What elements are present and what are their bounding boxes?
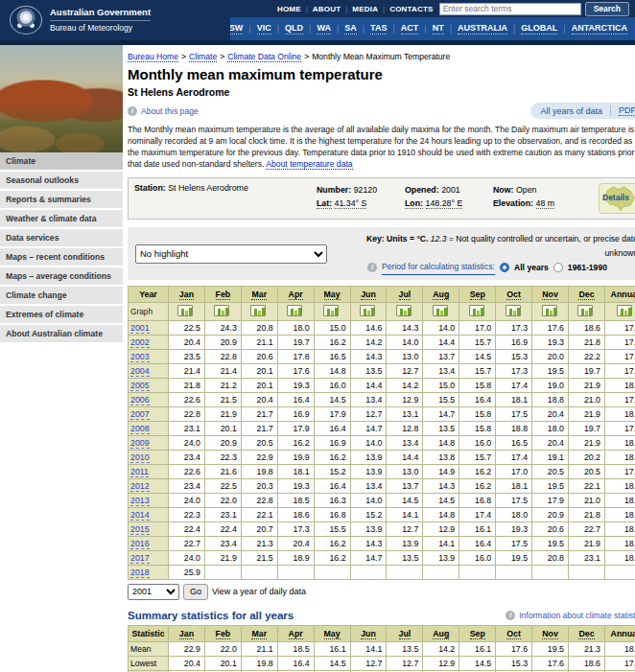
search-input[interactable] bbox=[439, 3, 581, 15]
period-statistics-link[interactable]: Period for calculating statistics: bbox=[382, 260, 495, 275]
all-years-of-data-button[interactable]: All years of data bbox=[540, 106, 602, 116]
bar-chart-icon[interactable] bbox=[433, 305, 448, 316]
month-link-feb[interactable]: Feb bbox=[216, 290, 231, 300]
year-link-2006[interactable]: 2006 bbox=[130, 395, 150, 406]
region-link-qld[interactable]: QLD bbox=[285, 23, 303, 35]
details-button[interactable]: Details bbox=[599, 183, 635, 214]
year-link-2007[interactable]: 2007 bbox=[130, 409, 150, 420]
sidebar-item-extremes-of-climate[interactable]: Extremes of climate bbox=[0, 306, 123, 325]
region-link-global[interactable]: GLOBAL bbox=[521, 23, 557, 35]
region-link-sa[interactable]: SA bbox=[344, 23, 357, 35]
month-link-jul[interactable]: Jul bbox=[399, 290, 412, 300]
sidebar-item-weather-climate-data[interactable]: Weather & climate data bbox=[0, 210, 123, 229]
1961-1990-radio[interactable] bbox=[553, 263, 563, 272]
month-link-jun[interactable]: Jun bbox=[361, 629, 376, 639]
sidebar-item-climate[interactable]: Climate bbox=[0, 152, 123, 172]
year-link-2003[interactable]: 2003 bbox=[130, 352, 150, 362]
month-link-aug[interactable]: Aug bbox=[433, 290, 449, 300]
bar-chart-icon[interactable] bbox=[396, 305, 412, 316]
year-link-2008[interactable]: 2008 bbox=[130, 424, 150, 434]
pdf-button[interactable]: PDF bbox=[619, 105, 635, 116]
year-link-2012[interactable]: 2012 bbox=[130, 481, 150, 492]
year-link-2017[interactable]: 2017 bbox=[130, 553, 150, 564]
sidebar-item-about-australian-climate[interactable]: About Australian climate bbox=[0, 325, 123, 344]
month-link-jun[interactable]: Jun bbox=[361, 290, 376, 300]
month-link-jul[interactable]: Jul bbox=[399, 629, 412, 639]
about-temperature-data-link[interactable]: About temperature data bbox=[266, 159, 352, 170]
month-link-apr[interactable]: Apr bbox=[289, 629, 303, 639]
utility-link-about[interactable]: ABOUT bbox=[313, 5, 341, 13]
bar-chart-icon[interactable] bbox=[250, 305, 266, 316]
month-link-may[interactable]: May bbox=[324, 629, 341, 639]
month-link-nov[interactable]: Nov bbox=[542, 629, 558, 639]
search-button[interactable]: Search bbox=[585, 2, 629, 16]
month-link-mar[interactable]: Mar bbox=[251, 629, 267, 639]
all-years-radio[interactable] bbox=[500, 263, 509, 272]
month-link-oct[interactable]: Oct bbox=[506, 290, 521, 300]
year-link-2001[interactable]: 2001 bbox=[130, 323, 150, 334]
year-link-2010[interactable]: 2010 bbox=[130, 452, 150, 463]
about-this-page-link[interactable]: About this page bbox=[128, 106, 199, 116]
bar-chart-icon[interactable] bbox=[323, 305, 339, 316]
month-link-dec[interactable]: Dec bbox=[578, 290, 594, 300]
sidebar-item-data-services[interactable]: Data services bbox=[0, 229, 123, 248]
all-years-radio-label[interactable]: All years bbox=[514, 261, 549, 275]
month-link-mar[interactable]: Mar bbox=[251, 290, 267, 300]
highlight-select[interactable]: No highlight bbox=[135, 244, 327, 264]
bar-chart-icon[interactable] bbox=[506, 305, 521, 316]
region-link-vic[interactable]: VIC bbox=[257, 23, 271, 35]
1961-1990-radio-label[interactable]: 1961-1990 bbox=[568, 261, 607, 275]
bar-chart-icon[interactable] bbox=[214, 305, 229, 316]
month-link-sep[interactable]: Sep bbox=[470, 629, 485, 639]
go-button[interactable]: Go bbox=[183, 584, 208, 600]
month-link-feb[interactable]: Feb bbox=[216, 629, 231, 639]
breadcrumb-link[interactable]: Bureau Home bbox=[128, 52, 178, 62]
year-link-2005[interactable]: 2005 bbox=[130, 381, 150, 391]
bom-logo[interactable]: Australian Government Bureau of Meteorol… bbox=[0, 0, 230, 40]
month-link-apr[interactable]: Apr bbox=[289, 290, 303, 300]
month-link-oct[interactable]: Oct bbox=[506, 629, 521, 639]
month-link-nov[interactable]: Nov bbox=[542, 290, 558, 300]
region-link-australia[interactable]: AUSTRALIA bbox=[458, 23, 507, 35]
about-page-label[interactable]: About this page bbox=[141, 106, 199, 116]
breadcrumb-link[interactable]: Climate bbox=[189, 52, 217, 62]
bar-chart-icon[interactable] bbox=[360, 305, 375, 316]
month-link-may[interactable]: May bbox=[324, 290, 341, 300]
year-select[interactable]: 2001 bbox=[128, 584, 179, 600]
bar-chart-icon[interactable] bbox=[577, 305, 593, 316]
month-link-dec[interactable]: Dec bbox=[578, 629, 594, 639]
sidebar-item-seasonal-outlooks[interactable]: Seasonal outlooks bbox=[0, 172, 123, 191]
region-link-tas[interactable]: TAS bbox=[370, 23, 387, 35]
sidebar-item-maps-recent-conditions[interactable]: Maps – recent conditions bbox=[0, 248, 123, 267]
year-link-2016[interactable]: 2016 bbox=[130, 539, 150, 549]
bar-chart-icon[interactable] bbox=[617, 305, 632, 316]
region-link-act[interactable]: ACT bbox=[401, 23, 419, 35]
region-link-antarctica[interactable]: ANTARCTICA bbox=[572, 23, 627, 35]
year-link-2011[interactable]: 2011 bbox=[130, 467, 149, 477]
month-link-sep[interactable]: Sep bbox=[470, 290, 485, 300]
year-link-2004[interactable]: 2004 bbox=[130, 366, 150, 377]
year-link-2014[interactable]: 2014 bbox=[130, 510, 150, 521]
year-link-2015[interactable]: 2015 bbox=[130, 524, 150, 535]
month-link-jan[interactable]: Jan bbox=[179, 290, 194, 300]
bar-chart-icon[interactable] bbox=[287, 305, 302, 316]
region-link-wa[interactable]: WA bbox=[317, 23, 331, 35]
utility-link-home[interactable]: HOME bbox=[277, 5, 301, 13]
utility-link-contacts[interactable]: CONTACTS bbox=[389, 5, 433, 13]
year-link-2009[interactable]: 2009 bbox=[130, 438, 150, 449]
bar-chart-icon[interactable] bbox=[469, 305, 484, 316]
climate-statistics-info-link[interactable]: Information about climate statistics bbox=[519, 611, 635, 620]
year-link-2013[interactable]: 2013 bbox=[130, 496, 150, 506]
bar-chart-icon[interactable] bbox=[542, 305, 557, 316]
region-link-nt[interactable]: NT bbox=[433, 23, 444, 35]
sidebar-item-maps-average-conditions[interactable]: Maps – average conditions bbox=[0, 267, 123, 287]
utility-link-media[interactable]: MEDIA bbox=[352, 5, 378, 13]
month-link-aug[interactable]: Aug bbox=[433, 629, 449, 639]
month-link-jan[interactable]: Jan bbox=[179, 629, 194, 639]
bar-chart-icon[interactable] bbox=[177, 305, 193, 316]
year-link-2002[interactable]: 2002 bbox=[130, 337, 150, 348]
sidebar-item-reports-summaries[interactable]: Reports & summaries bbox=[0, 191, 123, 210]
sidebar-item-climate-change[interactable]: Climate change bbox=[0, 287, 123, 306]
year-link-2018[interactable]: 2018 bbox=[130, 568, 150, 578]
breadcrumb-link[interactable]: Climate Data Online bbox=[227, 52, 301, 62]
